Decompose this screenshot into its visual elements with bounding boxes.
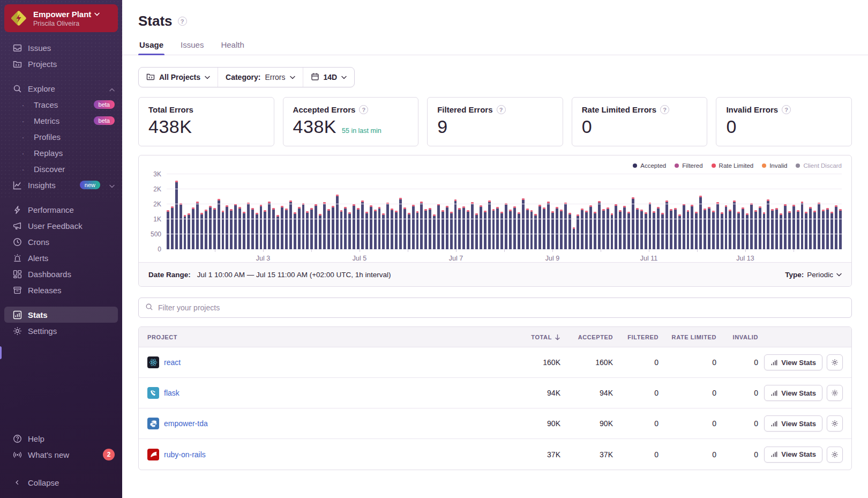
chart-bar[interactable] (399, 198, 402, 249)
chart-bar[interactable] (822, 210, 825, 249)
chart-bar[interactable] (361, 200, 364, 249)
chart-bar[interactable] (450, 212, 453, 249)
chart-bar[interactable] (839, 209, 842, 249)
legend-item[interactable]: Filtered (675, 162, 702, 169)
chart-bar[interactable] (627, 212, 630, 249)
help-icon[interactable]: ? (660, 105, 669, 114)
chart-bar[interactable] (645, 212, 647, 249)
chart-bar[interactable] (433, 214, 436, 249)
chart-bar[interactable] (805, 212, 807, 249)
chart-bar[interactable] (573, 227, 575, 249)
chart-bar[interactable] (403, 207, 406, 249)
chart-bar[interactable] (585, 211, 588, 249)
chart-bar[interactable] (759, 206, 761, 249)
sidebar-item-whats-new[interactable]: What's new 2 (0, 447, 122, 463)
tab-health[interactable]: Health (220, 37, 245, 55)
chart-bar[interactable] (784, 204, 787, 249)
chart-bar[interactable] (412, 205, 415, 249)
chart-bar[interactable] (424, 209, 427, 249)
chart-bar[interactable] (416, 211, 419, 249)
col-rate-limited[interactable]: Rate Limited (659, 327, 716, 347)
chart-bar[interactable] (289, 200, 292, 249)
chart-bar[interactable] (209, 206, 212, 249)
legend-item[interactable]: Accepted (633, 162, 666, 169)
chart-bar[interactable] (725, 205, 728, 249)
chart-bar[interactable] (708, 207, 710, 249)
help-icon[interactable]: ? (359, 105, 368, 114)
org-switcher[interactable]: Empower Plant Priscila Oliveira (4, 4, 118, 32)
chart-bar[interactable] (315, 204, 317, 249)
chart-bar[interactable] (370, 205, 372, 249)
project-settings-button[interactable] (827, 415, 843, 432)
help-icon[interactable]: ? (782, 105, 791, 114)
chart-bar[interactable] (581, 209, 583, 249)
chart-bar[interactable] (509, 210, 512, 249)
chart-bar[interactable] (534, 214, 537, 249)
chart-bar[interactable] (771, 209, 774, 249)
sidebar-item-alerts[interactable]: Alerts (0, 250, 122, 266)
chart-bar[interactable] (649, 203, 652, 249)
sidebar-item-user-feedback[interactable]: User Feedback (0, 218, 122, 234)
chart-bar[interactable] (594, 212, 596, 249)
chart-bar[interactable] (665, 200, 668, 249)
chart-bar[interactable] (556, 207, 558, 249)
sidebar-item-projects[interactable]: Projects (0, 56, 122, 72)
chart-bar[interactable] (636, 208, 639, 249)
sidebar-item-settings[interactable]: Settings (0, 323, 122, 339)
sidebar-item-insights[interactable]: Insights new (0, 177, 122, 193)
chart-bar[interactable] (454, 199, 457, 249)
chart-bar[interactable] (319, 214, 321, 249)
chart-bar[interactable] (332, 206, 334, 249)
chart-bar[interactable] (391, 209, 393, 249)
chart-bar[interactable] (462, 206, 465, 249)
project-settings-button[interactable] (827, 385, 843, 401)
chart-bar[interactable] (378, 207, 381, 249)
col-project[interactable]: Project (147, 327, 502, 347)
chart-bar[interactable] (742, 207, 744, 249)
chart-bar[interactable] (340, 210, 343, 249)
chart-bar[interactable] (171, 206, 174, 249)
chart-bar[interactable] (737, 212, 740, 249)
sidebar-item-metrics[interactable]: · Metrics beta (0, 113, 122, 129)
chart-bar[interactable] (437, 204, 440, 249)
date-range-selector[interactable]: 14D (303, 68, 355, 87)
chart-bar[interactable] (632, 197, 634, 249)
chart-bar[interactable] (526, 209, 529, 249)
chart-bar[interactable] (657, 207, 660, 249)
project-link[interactable]: empower-tda (164, 419, 208, 428)
project-selector[interactable]: All Projects (139, 68, 218, 87)
chart-bar[interactable] (442, 210, 444, 249)
chart-bar[interactable] (251, 208, 254, 249)
legend-item[interactable]: Invalid (762, 162, 787, 169)
sidebar-item-stats[interactable]: Stats (4, 307, 118, 323)
chart-bar[interactable] (830, 212, 833, 249)
chart-bar[interactable] (835, 205, 837, 249)
chart-bar[interactable] (234, 204, 237, 249)
chart-bar[interactable] (691, 205, 693, 249)
chart-bar[interactable] (577, 214, 579, 249)
chart-bar[interactable] (310, 208, 313, 249)
chart-bar[interactable] (184, 215, 186, 249)
chart-bar[interactable] (792, 205, 795, 249)
chart-bar[interactable] (238, 207, 241, 249)
chart-bar[interactable] (306, 211, 309, 249)
sidebar-item-releases[interactable]: Releases (0, 282, 122, 298)
chart-bar[interactable] (344, 207, 347, 249)
chart-bar[interactable] (285, 209, 288, 249)
chart-bar[interactable] (496, 207, 499, 249)
chart-bar[interactable] (729, 210, 731, 249)
chart-bar[interactable] (721, 212, 723, 249)
chart-bar[interactable] (500, 212, 503, 249)
chart-bar[interactable] (623, 206, 626, 249)
chart-bar[interactable] (788, 211, 791, 249)
chart-bar[interactable] (640, 210, 643, 249)
tab-usage[interactable]: Usage (138, 37, 164, 55)
chart-bar[interactable] (522, 198, 525, 249)
chart-bar[interactable] (226, 205, 228, 249)
chart-bar[interactable] (281, 206, 283, 249)
sidebar-item-issues[interactable]: Issues (0, 40, 122, 56)
chart-bar[interactable] (386, 203, 389, 249)
chart-bar[interactable] (547, 202, 550, 249)
chart-bar[interactable] (272, 208, 275, 249)
sidebar-collapse-button[interactable]: Collapse (0, 474, 122, 490)
